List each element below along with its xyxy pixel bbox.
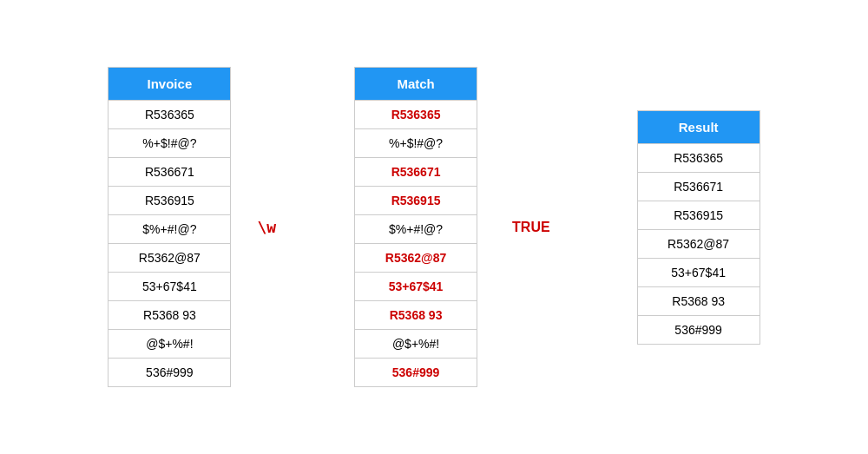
invoice-table: Invoice R536365%+$!#@?R536671R536915$%+#…	[108, 67, 231, 387]
table-row: %+$!#@?	[355, 128, 477, 157]
table-row: R5362@87	[355, 243, 477, 272]
table-row: 536#999	[108, 358, 230, 386]
match-header: Match	[355, 68, 477, 100]
table-row: 536#999	[638, 315, 760, 344]
result-header: Result	[638, 111, 760, 143]
table-row: R536915	[355, 186, 477, 214]
result-true-label: TRUE	[512, 220, 550, 235]
table-row: R536915	[638, 201, 760, 229]
table-row: R5362@87	[638, 229, 760, 258]
invoice-header: Invoice	[108, 68, 230, 100]
table-row: R536671	[355, 157, 477, 186]
table-row: %+$!#@?	[108, 128, 230, 157]
table-row: R536915	[108, 186, 230, 214]
table-row: R5368 93	[638, 286, 760, 315]
result-table: Result R536365R536671R536915R5362@8753+6…	[637, 110, 760, 345]
table-row: 536#999	[355, 358, 477, 386]
table-row: R5368 93	[108, 300, 230, 329]
table-row: R536671	[638, 172, 760, 201]
table-row: R5362@87	[108, 243, 230, 272]
page-container: Invoice R536365%+$!#@?R536671R536915$%+#…	[0, 0, 868, 454]
table-row: R536671	[108, 157, 230, 186]
table-row: $%+#!@?	[355, 214, 477, 243]
table-row: R536365	[108, 100, 230, 128]
table-row: @$+%#!	[355, 329, 477, 358]
table-row: 53+67$41	[638, 258, 760, 286]
table-row: R5368 93	[355, 300, 477, 329]
table-row: 53+67$41	[108, 272, 230, 300]
table-row: R536365	[638, 143, 760, 172]
table-row: 53+67$41	[355, 272, 477, 300]
operator-label: \w	[257, 218, 276, 236]
table-row: $%+#!@?	[108, 214, 230, 243]
table-row: R536365	[355, 100, 477, 128]
table-row: @$+%#!	[108, 329, 230, 358]
match-table: Match R536365%+$!#@?R536671R536915$%+#!@…	[354, 67, 477, 387]
